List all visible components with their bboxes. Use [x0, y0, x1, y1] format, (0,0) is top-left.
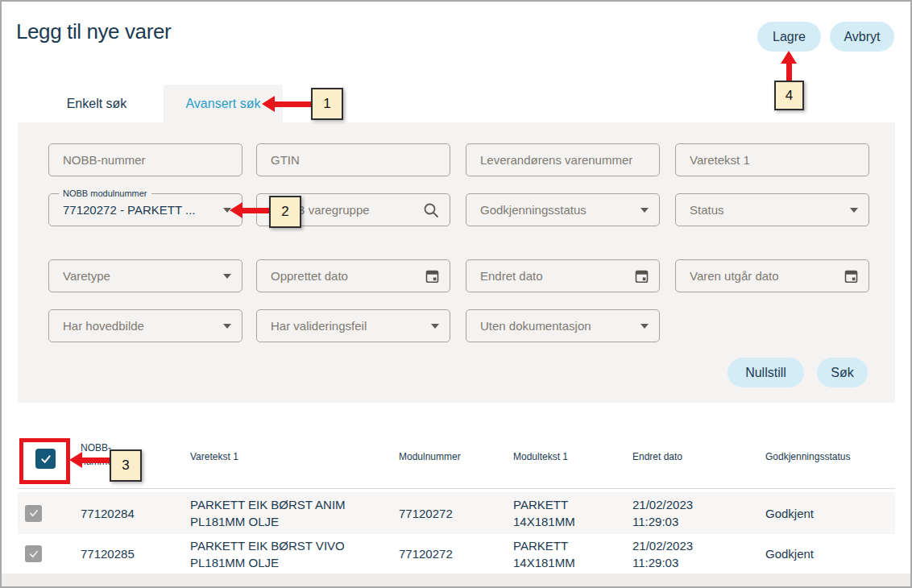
- search-icon[interactable]: [423, 202, 439, 218]
- annotation-arrow-1: [274, 101, 312, 107]
- chevron-down-icon[interactable]: [223, 274, 231, 279]
- save-button[interactable]: Lagre: [757, 22, 821, 52]
- calendar-icon[interactable]: [844, 269, 858, 284]
- cell-nobb-nummer: 77120284: [81, 492, 135, 534]
- bottom-strip: [2, 574, 910, 586]
- nobb-modulnummer-select[interactable]: NOBB modulnummer 77120272 - PARKETT ...: [48, 193, 243, 226]
- annotation-arrowhead-4: [781, 51, 797, 64]
- cell-godkjenningsstatus: Godkjent: [765, 534, 814, 574]
- page-title: Legg til nye varer: [16, 19, 171, 44]
- nobb-nummer-input[interactable]: NOBB-nummer: [48, 143, 243, 176]
- opprettet-dato-input[interactable]: Opprettet dato: [256, 259, 450, 292]
- annotation-callout-2: 2: [269, 196, 301, 228]
- chevron-down-icon[interactable]: [223, 324, 231, 329]
- chevron-down-icon[interactable]: [640, 324, 649, 329]
- cell-endret-dato: 21/02/2023 11:29:03: [632, 492, 711, 534]
- row-checkbox[interactable]: [25, 545, 42, 562]
- godkjenningsstatus-select[interactable]: Godkjenningsstatus: [466, 193, 660, 226]
- varetype-placeholder: Varetype: [63, 269, 110, 283]
- annotation-callout-1: 1: [311, 88, 343, 120]
- har-hovedbilde-placeholder: Har hovedbilde: [63, 319, 144, 333]
- table-header-divider: [18, 488, 895, 489]
- leverandorens-varenummer-placeholder: Leverandørens varenummer: [480, 153, 632, 167]
- status-select[interactable]: Status: [675, 193, 869, 226]
- column-header-modultekst-1[interactable]: Modultekst 1: [513, 450, 568, 464]
- gtin-placeholder: GTIN: [271, 153, 300, 167]
- nobb-modulnummer-value: 77120272 - PARKETT ...: [63, 203, 196, 217]
- varetekst-1-input[interactable]: Varetekst 1: [675, 143, 869, 176]
- annotation-arrowhead-1: [262, 96, 275, 112]
- endret-dato-input[interactable]: Endret dato: [466, 259, 660, 292]
- checkmark-icon: [28, 549, 39, 560]
- opprettet-dato-placeholder: Opprettet dato: [271, 269, 348, 283]
- uten-dokumentasjon-select[interactable]: Uten dokumentasjon: [466, 309, 660, 342]
- calendar-icon[interactable]: [635, 269, 649, 284]
- search-button[interactable]: Søk: [817, 358, 868, 387]
- varetype-select[interactable]: Varetype: [48, 259, 243, 292]
- annotation-callout-3: 3: [110, 449, 142, 482]
- nobb-modulnummer-label: NOBB modulnummer: [59, 188, 151, 199]
- status-placeholder: Status: [690, 203, 724, 217]
- reset-button[interactable]: Nullstill: [728, 358, 804, 387]
- har-valideringsfeil-select[interactable]: Har valideringsfeil: [256, 309, 450, 342]
- annotation-callout-4: 4: [774, 81, 804, 110]
- nobb-nummer-placeholder: NOBB-nummer: [63, 153, 146, 167]
- godkjenningsstatus-placeholder: Godkjenningsstatus: [480, 203, 587, 217]
- har-valideringsfeil-placeholder: Har valideringsfeil: [271, 319, 367, 333]
- annotation-arrow-2: [242, 208, 270, 213]
- annotation-arrowhead-2: [230, 202, 243, 218]
- column-header-godkjenningsstatus[interactable]: Godkjenningsstatus: [765, 450, 850, 464]
- checkmark-icon: [28, 507, 39, 519]
- cell-endret-dato: 21/02/2023 11:29:03: [632, 534, 711, 574]
- uten-dokumentasjon-placeholder: Uten dokumentasjon: [480, 319, 591, 333]
- annotation-arrowhead-3: [69, 452, 82, 468]
- chevron-down-icon[interactable]: [640, 208, 649, 213]
- annotation-arrow-4: [786, 63, 792, 81]
- annotation-arrow-3: [81, 458, 110, 463]
- chevron-down-icon[interactable]: [850, 208, 858, 213]
- varen-utgar-dato-placeholder: Varen utgår dato: [690, 269, 779, 283]
- varetekst-1-placeholder: Varetekst 1: [690, 153, 750, 167]
- cancel-button[interactable]: Avbryt: [830, 22, 894, 52]
- column-header-endret-dato[interactable]: Endret dato: [632, 450, 682, 464]
- column-header-modulnummer[interactable]: Modulnummer: [399, 450, 461, 464]
- cell-modultekst-1: PARKETT 14X181MM: [513, 534, 590, 574]
- column-header-varetekst-1[interactable]: Varetekst 1: [190, 450, 238, 464]
- table-row[interactable]: 77120285 PARKETT EIK BØRST VIVO PL181MM …: [18, 534, 895, 574]
- cell-modulnummer: 77120272: [399, 492, 453, 534]
- chevron-down-icon[interactable]: [431, 324, 439, 329]
- har-hovedbilde-select[interactable]: Har hovedbilde: [48, 309, 243, 342]
- leverandorens-varenummer-input[interactable]: Leverandørens varenummer: [466, 143, 660, 176]
- annotation-highlight-rect: [19, 438, 70, 484]
- cell-varetekst-1: PARKETT EIK BØRST ANIM PL181MM OLJE: [190, 492, 367, 534]
- tab-enkelt-sok[interactable]: Enkelt søk: [32, 85, 161, 122]
- varen-utgar-dato-input[interactable]: Varen utgår dato: [675, 259, 869, 292]
- table-row[interactable]: 77120284 PARKETT EIK BØRST ANIM PL181MM …: [18, 492, 895, 534]
- cell-modultekst-1: PARKETT 14X181MM: [513, 492, 590, 534]
- cell-varetekst-1: PARKETT EIK BØRST VIVO PL181MM OLJE: [190, 534, 367, 574]
- cell-godkjenningsstatus: Godkjent: [765, 492, 814, 534]
- cell-modulnummer: 77120272: [399, 534, 453, 574]
- calendar-icon[interactable]: [425, 269, 439, 284]
- cell-nobb-nummer: 77120285: [81, 534, 135, 574]
- row-checkbox[interactable]: [25, 505, 42, 522]
- gtin-input[interactable]: GTIN: [256, 143, 450, 176]
- endret-dato-placeholder: Endret dato: [480, 269, 543, 283]
